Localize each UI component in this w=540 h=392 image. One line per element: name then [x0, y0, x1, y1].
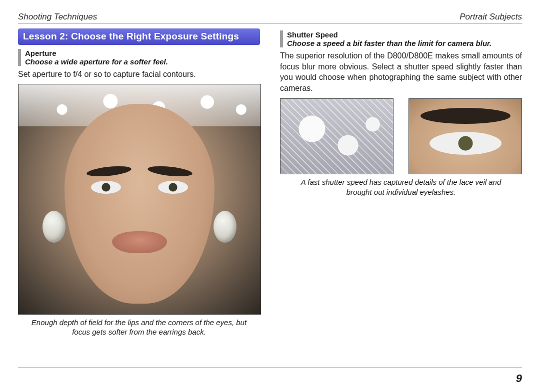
- portrait-photo: [18, 84, 261, 315]
- running-header: Shooting Techniques Portrait Subjects: [18, 12, 522, 22]
- portrait-photo-caption: Enough depth of field for the lips and t…: [30, 318, 248, 337]
- detail-crop-eye: [408, 98, 522, 174]
- right-column: Shutter Speed Choose a speed a bit faste…: [280, 28, 522, 337]
- eye-right-icon: [158, 181, 188, 194]
- shutter-speed-heading-title: Shutter Speed: [287, 30, 522, 39]
- face-shape-icon: [64, 104, 214, 304]
- shutter-speed-heading-tagline: Choose a speed a bit faster than the lim…: [287, 39, 522, 47]
- footer-rule: [18, 368, 522, 368]
- earring-left-icon: [42, 211, 66, 243]
- earring-right-icon: [214, 211, 236, 243]
- two-column-layout: Lesson 2: Choose the Right Exposure Sett…: [18, 28, 522, 337]
- eye-left-icon: [91, 181, 121, 194]
- shutter-speed-body-text: The superior resolution of the D800/D800…: [280, 50, 522, 93]
- detail-crop-caption: A fast shutter speed has captured detail…: [292, 177, 510, 197]
- shutter-speed-heading: Shutter Speed Choose a speed a bit faste…: [280, 30, 522, 47]
- lips-icon: [112, 231, 167, 253]
- running-header-right: Portrait Subjects: [460, 12, 522, 22]
- aperture-body-text: Set aperture to f/4 or so to capture fac…: [18, 69, 260, 80]
- detail-crop-row: [280, 98, 522, 174]
- detail-crop-lace: [280, 98, 394, 174]
- aperture-heading-tagline: Choose a wide aperture for a softer feel…: [25, 57, 260, 66]
- document-page: Shooting Techniques Portrait Subjects Le…: [0, 0, 540, 392]
- aperture-heading-title: Aperture: [25, 49, 260, 57]
- page-number: 9: [516, 372, 522, 385]
- running-header-left: Shooting Techniques: [18, 12, 97, 22]
- header-rule: [18, 23, 522, 23]
- aperture-heading: Aperture Choose a wide aperture for a so…: [18, 49, 260, 66]
- lesson-banner: Lesson 2: Choose the Right Exposure Sett…: [18, 28, 260, 45]
- left-column: Lesson 2: Choose the Right Exposure Sett…: [18, 28, 260, 337]
